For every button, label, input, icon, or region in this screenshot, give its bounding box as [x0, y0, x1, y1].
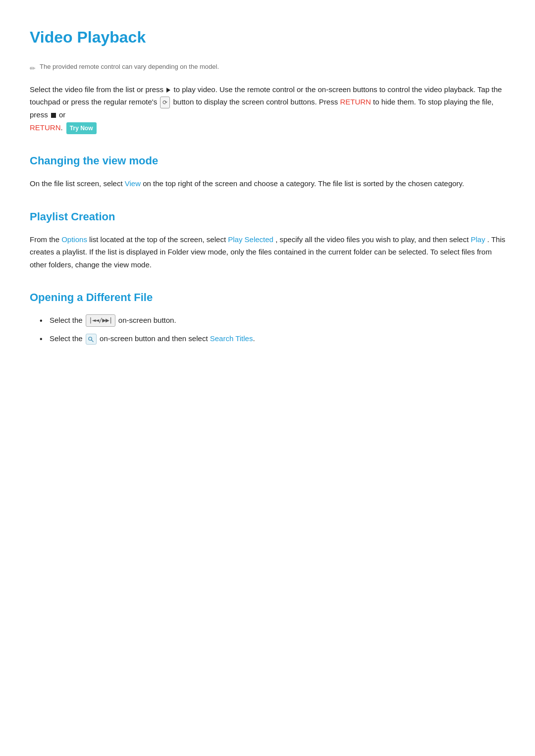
play-selected-link[interactable]: Play Selected: [228, 235, 273, 244]
intro-text-1: Select the video file from the list or p…: [30, 85, 163, 94]
skip-icon: |◄◄/▶▶|: [86, 314, 115, 327]
play-arrow-icon: [165, 85, 173, 94]
intro-text-3: button to display the screen control but…: [173, 98, 338, 106]
page-title: Video Playback: [30, 25, 505, 50]
note-box: ✏ The provided remote control can vary d…: [30, 62, 505, 74]
note-text: The provided remote control can vary dep…: [40, 62, 219, 72]
bullet-list: Select the |◄◄/▶▶| on-screen button. Sel…: [30, 314, 505, 345]
bullet-text-1b: on-screen button.: [118, 316, 176, 324]
playlist-text-2: list located at the top of the screen, s…: [89, 235, 226, 244]
view-link[interactable]: View: [125, 179, 141, 188]
list-item-skip: Select the |◄◄/▶▶| on-screen button.: [40, 314, 505, 327]
search-titles-link[interactable]: Search Titles: [210, 334, 253, 343]
playlist-body: From the Options list located at the top…: [30, 233, 505, 271]
intro-paragraph: Select the video file from the list or p…: [30, 83, 505, 134]
view-mode-text-1: On the file list screen, select: [30, 179, 123, 188]
intro-or: or: [59, 110, 65, 119]
bullet-period: .: [253, 334, 255, 343]
playlist-text-3: , specify all the video files you wish t…: [275, 235, 469, 244]
svg-line-1: [92, 340, 93, 341]
section-title-open-file: Opening a Different File: [30, 289, 505, 306]
remote-button-icon: ⟳: [160, 97, 170, 108]
bullet-text-2a: Select the: [50, 334, 83, 343]
return-link-2[interactable]: RETURN: [30, 123, 61, 132]
pencil-icon: ✏: [30, 63, 36, 74]
return-link-1[interactable]: RETURN: [340, 98, 371, 106]
playlist-text-1: From the: [30, 235, 59, 244]
view-mode-body: On the file list screen, select View on …: [30, 177, 505, 190]
play-link[interactable]: Play: [471, 235, 485, 244]
bullet-text-1a: Select the: [50, 316, 83, 324]
search-icon: [86, 334, 97, 345]
period: .: [61, 123, 65, 132]
section-title-view-mode: Changing the view mode: [30, 152, 505, 169]
section-title-playlist: Playlist Creation: [30, 208, 505, 225]
try-now-badge[interactable]: Try Now: [66, 122, 97, 134]
stop-icon: [51, 113, 56, 118]
list-item-search: Select the on-screen button and then sel…: [40, 333, 505, 345]
bullet-text-2b: on-screen button and then select: [100, 334, 208, 343]
options-link[interactable]: Options: [61, 235, 87, 244]
svg-point-0: [89, 337, 92, 340]
view-mode-text-2: on the top right of the screen and choos…: [143, 179, 464, 188]
